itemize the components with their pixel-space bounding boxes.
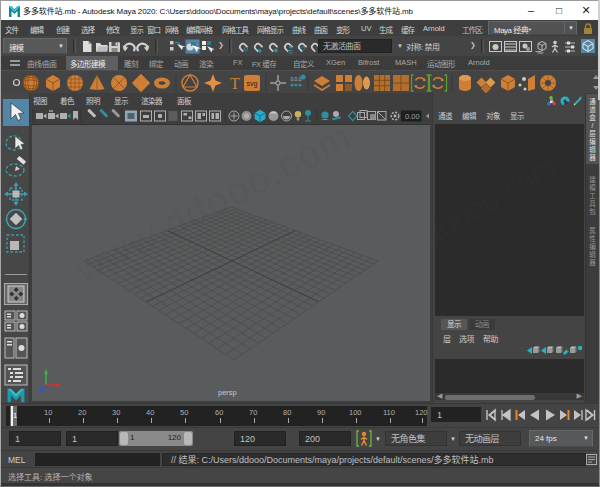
svg-text:器: 器 xyxy=(589,259,596,267)
svg-text:工: 工 xyxy=(589,192,596,199)
svg-text:辑: 辑 xyxy=(589,250,596,259)
svg-text:属: 属 xyxy=(589,227,596,235)
svg-text:盒: 盒 xyxy=(589,113,596,121)
svg-text:通: 通 xyxy=(589,97,596,106)
svg-text:辑: 辑 xyxy=(589,145,596,154)
svg-text:具: 具 xyxy=(589,200,596,208)
svg-text:建: 建 xyxy=(589,175,596,184)
svg-text:道: 道 xyxy=(589,105,596,114)
svg-text:模: 模 xyxy=(589,183,596,192)
svg-text:0.00: 0.00 xyxy=(405,112,420,121)
svg-text:层: 层 xyxy=(589,130,596,138)
svg-text:svg: svg xyxy=(247,80,258,88)
svg-text:T: T xyxy=(230,75,240,92)
svg-text:包: 包 xyxy=(589,207,596,215)
svg-text:器: 器 xyxy=(589,154,596,162)
svg-text:/: / xyxy=(592,122,594,129)
svg-text:性: 性 xyxy=(589,234,596,243)
svg-text:编: 编 xyxy=(589,242,596,251)
svg-text:编: 编 xyxy=(589,137,596,146)
svg-text:0,0,0: 0,0,0 xyxy=(290,76,301,82)
